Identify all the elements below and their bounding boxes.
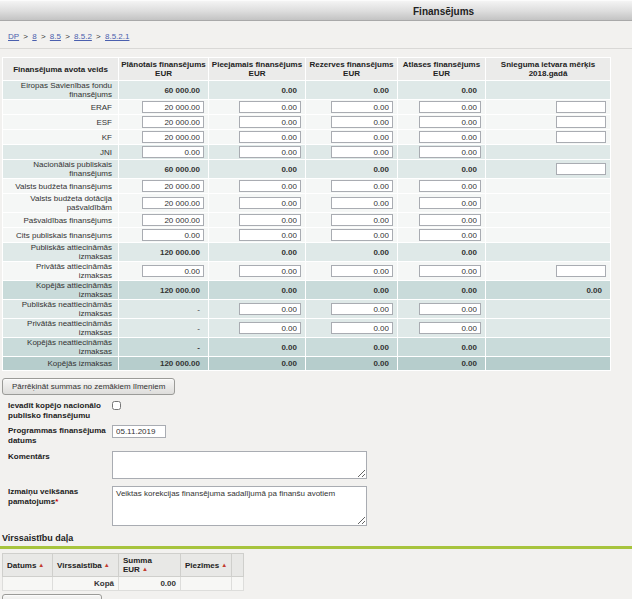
recalculate-button[interactable]: Pārrēķināt summas no zemākiem līmeņiem	[2, 378, 175, 395]
eraf-planotais-input[interactable]	[142, 101, 204, 113]
kf-planotais-input[interactable]	[142, 131, 204, 143]
comment-textarea[interactable]	[112, 451, 367, 479]
jni-snieguma-merkis-cell	[486, 145, 611, 160]
publiskas-neattiecinamas-rezerves-cell	[306, 300, 398, 319]
privatas-attiecinamas-atlases-input[interactable]	[419, 265, 481, 277]
jni-atlases-input[interactable]	[419, 146, 481, 158]
jni-planotais-input[interactable]	[142, 146, 204, 158]
jni-atlases-cell	[398, 145, 486, 160]
privatas-attiecinamas-snieguma-merkis-input[interactable]	[556, 265, 606, 277]
eraf-pieejamais-input[interactable]	[239, 101, 301, 113]
esf-atlases-input[interactable]	[419, 116, 481, 128]
pasvaldibas-atlases-input[interactable]	[419, 214, 481, 226]
privatas-attiecinamas-rezerves-input[interactable]	[331, 265, 393, 277]
valsts-budzeta-dotacija-atlases-cell	[398, 194, 486, 213]
breadcrumb-separator: >	[94, 32, 103, 41]
privatas-neattiecinamas-atlases-input[interactable]	[419, 322, 481, 334]
pasvaldibas-atlases-cell	[398, 213, 486, 228]
breadcrumb-link-DP[interactable]: DP	[8, 32, 19, 41]
kf-atlases-input[interactable]	[419, 131, 481, 143]
privatas-neattiecinamas-pieejamais-cell	[209, 319, 306, 338]
sort-icon: ▲	[221, 562, 227, 568]
cits-publiskais-rezerves-input[interactable]	[331, 229, 393, 241]
kopejas-attiecinamas-atlases-value: 0.00	[398, 281, 486, 300]
cits-publiskais-pieejamais-input[interactable]	[239, 229, 301, 241]
overcommitment-total-label: Kopā	[53, 577, 119, 591]
jni-rezerves-input[interactable]	[331, 146, 393, 158]
finance-row-kopejas-izmaksas: Kopējās izmaksas120 000.000.000.000.00	[3, 357, 611, 371]
valsts-budzeta-planotais-input[interactable]	[142, 180, 204, 192]
overcommitment-col-0[interactable]: Datums▲	[3, 554, 53, 577]
valsts-budzeta-dotacija-pieejamais-input[interactable]	[239, 197, 301, 209]
publiskas-neattiecinamas-pieejamais-input[interactable]	[239, 303, 301, 315]
publiskas-neattiecinamas-rezerves-input[interactable]	[331, 303, 393, 315]
finance-row-kf: KF	[3, 130, 611, 145]
es-fondu-finansejums-planotais-value: 60 000.00	[119, 81, 209, 100]
eraf-snieguma-merkis-input[interactable]	[556, 101, 606, 113]
cits-publiskais-atlases-input[interactable]	[419, 229, 481, 241]
breadcrumb-link-8.5[interactable]: 8.5	[50, 32, 61, 41]
kf-rezerves-input[interactable]	[331, 131, 393, 143]
eraf-planotais-cell	[119, 100, 209, 115]
valsts-budzeta-dotacija-rezerves-input[interactable]	[331, 197, 393, 209]
privatas-attiecinamas-pieejamais-input[interactable]	[239, 265, 301, 277]
pasvaldibas-planotais-input[interactable]	[142, 214, 204, 226]
valsts-budzeta-dotacija-atlases-input[interactable]	[419, 197, 481, 209]
valsts-budzeta-atlases-input[interactable]	[419, 180, 481, 192]
kopejas-neattiecinamas-pieejamais-value: 0.00	[209, 338, 306, 357]
publiskas-neattiecinamas-atlases-input[interactable]	[419, 303, 481, 315]
esf-planotais-input[interactable]	[142, 116, 204, 128]
finance-col-header-4: Atlases finansējums EUR	[398, 58, 486, 81]
esf-pieejamais-input[interactable]	[239, 116, 301, 128]
justification-textarea[interactable]: Veiktas korekcijas finansējuma sadalījum…	[112, 486, 367, 526]
pasvaldibas-rezerves-input[interactable]	[331, 214, 393, 226]
breadcrumb-link-8[interactable]: 8	[32, 32, 36, 41]
kf-pieejamais-input[interactable]	[239, 131, 301, 143]
esf-rezerves-input[interactable]	[331, 116, 393, 128]
finance-row-valsts-budzeta-dotacija: Valsts budžeta dotācija pašvaldībām	[3, 194, 611, 213]
pasvaldibas-snieguma-merkis-cell	[486, 213, 611, 228]
cits-publiskais-planotais-input[interactable]	[142, 229, 204, 241]
privatas-neattiecinamas-rezerves-input[interactable]	[331, 322, 393, 334]
valsts-budzeta-rezerves-input[interactable]	[331, 180, 393, 192]
kopejas-attiecinamas-pieejamais-value: 0.00	[209, 281, 306, 300]
valsts-budzeta-snieguma-merkis-cell	[486, 179, 611, 194]
kf-snieguma-merkis-input[interactable]	[556, 131, 606, 143]
kopejas-izmaksas-label: Kopējās izmaksas	[3, 357, 119, 371]
cits-publiskais-pieejamais-cell	[209, 228, 306, 243]
breadcrumb-link-8.5.2[interactable]: 8.5.2	[74, 32, 92, 41]
finance-col-header-5: Snieguma ietvara mērķis 2018.gadā	[486, 58, 611, 81]
programme-date-input[interactable]	[112, 425, 166, 438]
pasvaldibas-rezerves-cell	[306, 213, 398, 228]
overcommitment-col-3[interactable]: Piezīmes▲	[181, 554, 232, 577]
nacionalais-publiskais-snieguma-merkis-input[interactable]	[556, 163, 606, 175]
overcommitment-col-2[interactable]: Summa EUR▲	[119, 554, 181, 577]
privatas-attiecinamas-label: Privātās attiecināmās izmaksas	[3, 262, 119, 281]
privatas-attiecinamas-planotais-input[interactable]	[142, 265, 204, 277]
pasvaldibas-pieejamais-input[interactable]	[239, 214, 301, 226]
nacionalais-publiskais-snieguma-merkis-cell	[486, 160, 611, 179]
jni-pieejamais-input[interactable]	[239, 146, 301, 158]
valsts-budzeta-dotacija-planotais-input[interactable]	[142, 197, 204, 209]
valsts-budzeta-dotacija-pieejamais-cell	[209, 194, 306, 213]
overcommitment-col-1[interactable]: Virssaistība▲	[53, 554, 119, 577]
privatas-attiecinamas-planotais-cell	[119, 262, 209, 281]
kopejas-izmaksas-pieejamais-value: 0.00	[209, 357, 306, 371]
breadcrumb-link-8.5.2.1[interactable]: 8.5.2.1	[105, 32, 129, 41]
esf-snieguma-merkis-input[interactable]	[556, 116, 606, 128]
add-overcommitment-button[interactable]: [+] Pievienot virssaistību	[2, 594, 102, 599]
es-fondu-finansejums-snieguma-merkis-cell	[486, 81, 611, 100]
kopejas-izmaksas-atlases-value: 0.00	[398, 357, 486, 371]
total-national-checkbox[interactable]	[112, 401, 121, 410]
nacionalais-publiskais-planotais-value: 60 000.00	[119, 160, 209, 179]
justification-label: Izmaiņu veikšanas pamatojums*	[8, 486, 112, 506]
privatas-neattiecinamas-pieejamais-input[interactable]	[239, 322, 301, 334]
overcommitment-heading: Virssaistību daļa	[2, 533, 632, 543]
kf-rezerves-cell	[306, 130, 398, 145]
eraf-rezerves-input[interactable]	[331, 101, 393, 113]
eraf-atlases-input[interactable]	[419, 101, 481, 113]
jni-planotais-cell	[119, 145, 209, 160]
valsts-budzeta-pieejamais-input[interactable]	[239, 180, 301, 192]
cits-publiskais-rezerves-cell	[306, 228, 398, 243]
finance-row-eraf: ERAF	[3, 100, 611, 115]
